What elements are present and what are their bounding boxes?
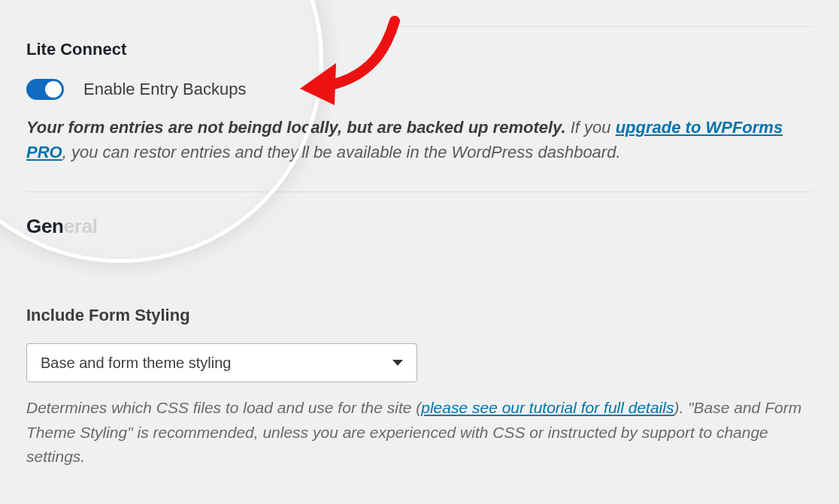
desc-bold-part1: Your form entries are not being [26,118,272,137]
toggle-row-entry-backups: Enable Entry Backups [26,79,813,100]
divider-top [398,26,813,27]
desc-text-1: If you [566,118,616,137]
toggle-knob [45,81,62,98]
chevron-down-icon [392,360,403,366]
section-title-lite-connect: Lite Connect [26,40,813,59]
entry-backups-description: Your form entries are not beingd locally… [26,115,813,164]
tutorial-link[interactable]: please see our tutorial for full details [421,399,674,416]
desc-bold-part2: d locally, but are backed up remotely. [272,118,566,137]
toggle-entry-backups[interactable] [26,79,64,100]
select-form-styling[interactable]: Base and form theme styling [26,343,417,382]
label-include-form-styling: Include Form Styling [26,306,813,325]
desc-text-3: r entries and they'll be available in th… [171,143,621,161]
section-title-general: General [26,215,813,238]
desc-text-2: , you can resto [62,143,171,161]
help-text-pre: Determines which CSS files to load and u… [26,399,421,416]
form-styling-help: Determines which CSS files to load and u… [26,396,808,469]
select-form-styling-value: Base and form theme styling [41,355,231,372]
divider-mid [26,192,813,192]
toggle-label-entry-backups: Enable Entry Backups [83,80,246,99]
